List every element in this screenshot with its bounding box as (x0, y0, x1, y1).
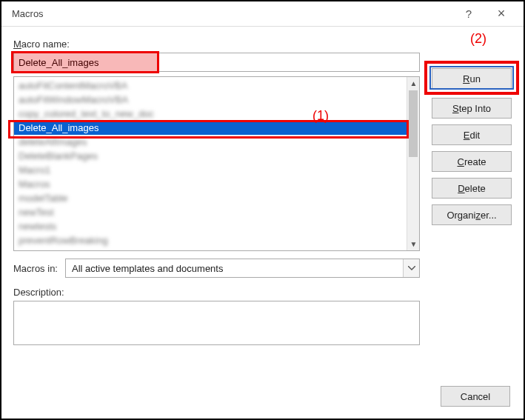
scrollbar[interactable]: ▲ ▼ (407, 77, 419, 250)
description-box (13, 301, 420, 345)
list-item[interactable]: Delete_All_images (14, 121, 407, 135)
cancel-button[interactable]: Cancel (441, 386, 510, 407)
step-into-button[interactable]: Step Into (432, 98, 512, 119)
list-item[interactable]: DeleteBlankPages (14, 149, 407, 163)
list-item[interactable]: newtests (14, 219, 407, 233)
delete-button[interactable]: Delete (432, 178, 512, 199)
title-bar: Macros ? × (1, 1, 524, 27)
help-button[interactable]: ? (452, 3, 485, 25)
list-item[interactable]: autoFitWindowMacroVBA (14, 93, 407, 107)
macros-in-label: Macros in: (13, 263, 58, 274)
macro-name-label: Macro name: (13, 39, 420, 50)
list-item[interactable]: copy_colored_text_to_new_doc (14, 107, 407, 121)
scroll-up-icon[interactable]: ▲ (407, 77, 420, 90)
list-item[interactable]: deleteAllImages (14, 135, 407, 149)
macro-name-input[interactable] (13, 53, 420, 72)
create-button[interactable]: Create (432, 151, 512, 172)
description-label: Description: (13, 287, 420, 298)
macro-list[interactable]: autoFitContentMacroVBAautoFitWindowMacro… (13, 76, 420, 251)
scroll-thumb[interactable] (409, 90, 418, 157)
macros-in-select[interactable]: All active templates and documents (65, 259, 420, 278)
organizer-button[interactable]: Organizer... (432, 204, 512, 225)
macros-in-value: All active templates and documents (72, 263, 224, 274)
window-title: Macros (12, 8, 44, 19)
list-item[interactable]: Macros (14, 177, 407, 191)
close-button[interactable]: × (485, 3, 518, 25)
scroll-down-icon[interactable]: ▼ (407, 238, 420, 250)
edit-button[interactable]: Edit (432, 124, 512, 145)
list-item[interactable]: newTest (14, 205, 407, 219)
list-item[interactable]: modelTable (14, 191, 407, 205)
chevron-down-icon[interactable] (403, 259, 419, 277)
run-button[interactable]: Run (432, 68, 512, 89)
list-item[interactable]: preventRowBreaking (14, 233, 407, 247)
list-item[interactable]: Macro1 (14, 163, 407, 177)
list-item[interactable]: autoFitContentMacroVBA (14, 79, 407, 93)
